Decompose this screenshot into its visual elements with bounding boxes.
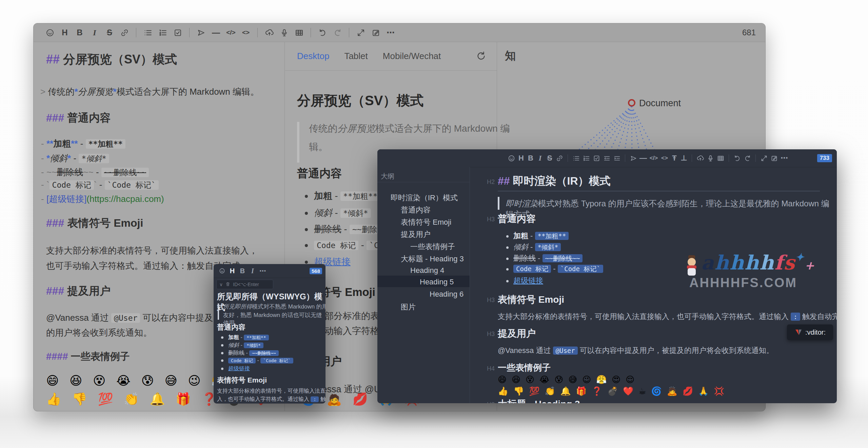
edit-mode-icon[interactable] xyxy=(371,27,381,38)
link-icon[interactable] xyxy=(554,155,565,162)
check-icon[interactable] xyxy=(591,155,601,162)
indent-icon[interactable] xyxy=(612,155,622,162)
emoji-icon[interactable] xyxy=(217,268,227,274)
strike-icon[interactable]: S xyxy=(104,27,115,38)
src-h3-emoji: ### 表情符号 Emoji xyxy=(46,216,143,231)
ir-h3-emoji: 表情符号 Emoji xyxy=(498,293,564,306)
tab-mobile-wechat[interactable]: Mobile/Wechat xyxy=(383,51,441,61)
code-icon[interactable]: </> xyxy=(648,155,659,162)
tree-root-node[interactable] xyxy=(629,100,635,106)
outline-item[interactable]: 图片 xyxy=(401,302,416,312)
inline-code-icon[interactable]: <> xyxy=(241,27,251,38)
italic-icon[interactable]: I xyxy=(248,267,258,275)
italic-icon[interactable]: I xyxy=(535,154,545,163)
char-counter-badge: 568 xyxy=(310,268,322,274)
ordered-list-icon[interactable] xyxy=(158,27,168,38)
outdent-icon[interactable] xyxy=(601,155,612,162)
emoji-icon[interactable] xyxy=(506,155,516,162)
ir-li-bold: 加粗 - **加粗** xyxy=(506,231,569,241)
gutter-h3: H3 xyxy=(479,216,495,223)
line-icon[interactable]: — xyxy=(638,154,648,163)
outline-item[interactable]: 大标题 - Heading 3 xyxy=(401,254,464,264)
upload-icon[interactable] xyxy=(695,155,705,162)
vditor-logo-icon xyxy=(794,328,803,336)
more-icon[interactable]: ⋯ xyxy=(779,154,789,163)
redo-icon[interactable] xyxy=(332,27,342,38)
wysiwyg-window: H B I ⋯ 568 ∨ ID<⌥-Enter 所见即所得（WYSIWYG）模… xyxy=(214,264,326,404)
refresh-icon[interactable] xyxy=(476,51,486,61)
table-icon[interactable] xyxy=(294,27,304,38)
check-icon[interactable] xyxy=(173,27,183,38)
more-icon[interactable]: ⋯ xyxy=(258,267,268,275)
pv-li-bold: 加粗 - **加粗** xyxy=(305,190,380,202)
link-icon[interactable] xyxy=(119,27,130,38)
ir-h3-common: 普通内容 xyxy=(498,212,536,225)
wy-li-code: Code 标记 - `Code 标记` xyxy=(221,357,293,364)
insert-before-icon[interactable]: Ŧ xyxy=(670,154,679,163)
strike-icon[interactable]: S xyxy=(545,154,554,163)
outline-item[interactable]: 表情符号 Emoji xyxy=(401,217,451,227)
table-icon[interactable] xyxy=(715,155,726,162)
emoji-icon[interactable] xyxy=(45,27,55,38)
tab-desktop[interactable]: Desktop xyxy=(297,51,329,61)
edit-mode-icon[interactable] xyxy=(769,155,779,162)
zhihu-icon[interactable]: 知 xyxy=(505,49,516,63)
watermark-domain: AHHHHFS.COM xyxy=(689,276,797,290)
pv-quote-1: 传统的分屏预览模式适合大屏下的 Markdown 编 xyxy=(309,121,510,136)
ir-editor-window: H B I S — </> <> Ŧ ⊥ ⋯ 733 大纲 即时渲染（IR xyxy=(377,149,837,403)
src-p1b: 也可手动输入字符格式。通过输入：触发自动完成 xyxy=(46,260,240,272)
heading-id-label: ID<⌥-Enter xyxy=(233,282,259,287)
quote-icon[interactable] xyxy=(196,27,206,38)
record-icon[interactable] xyxy=(279,27,289,38)
bold-icon[interactable]: B xyxy=(526,154,535,163)
gutter-h4: H4 xyxy=(479,365,495,372)
bold-icon[interactable]: B xyxy=(237,267,248,275)
tab-tablet[interactable]: Tablet xyxy=(344,51,368,61)
src-li-code: - `Code 标记` - `Code 标记` xyxy=(41,180,159,190)
fullscreen-icon[interactable] xyxy=(356,27,366,38)
sv-toolbar: H B I S — </> <> ⋯ 681 xyxy=(34,23,765,42)
outline-item[interactable]: 即时渲染（IR）模式 xyxy=(391,193,458,203)
ir-emoji-row-2: 👍 👎 💯 👏 🔔 🎁 ❓ 💣 ❤️ ☕ 🌀 🙇 💋 🙏 💢 xyxy=(498,386,726,396)
ir-li-italic: 倾斜 - *倾斜* xyxy=(506,242,561,252)
list-icon[interactable] xyxy=(571,155,581,162)
undo-icon[interactable] xyxy=(317,27,328,38)
wy-h3-emoji: 表情符号 Emoji xyxy=(217,375,267,385)
fullscreen-icon[interactable] xyxy=(759,155,769,162)
ir-emoji-row-1: 😄 😆 😵 😭 😰 😅 😉 😤 😍 😌 xyxy=(498,375,636,385)
headings-icon[interactable]: H xyxy=(60,27,70,38)
pv-quote-bar xyxy=(297,122,299,163)
line-icon[interactable]: — xyxy=(211,27,221,38)
undo-icon[interactable] xyxy=(732,155,742,162)
quote-icon[interactable] xyxy=(628,155,638,162)
bold-icon[interactable]: B xyxy=(75,27,85,38)
code-icon[interactable]: </> xyxy=(226,27,236,38)
outline-item[interactable]: Heading 6 xyxy=(430,290,463,299)
vditor-autocomplete-tooltip[interactable]: :vditor: xyxy=(787,324,833,340)
outline-item[interactable]: 一些表情例子 xyxy=(410,242,455,252)
gutter-h3: H3 xyxy=(479,297,495,304)
ordered-list-icon[interactable] xyxy=(581,155,591,162)
outline-item[interactable]: Heading 4 xyxy=(410,266,444,275)
inline-code-icon[interactable]: <> xyxy=(659,155,670,162)
list-icon[interactable] xyxy=(143,27,153,38)
char-counter: 681 xyxy=(742,28,756,37)
outline-item[interactable]: 提及用户 xyxy=(401,229,431,240)
chevron-down-icon[interactable]: ∨ xyxy=(219,282,223,287)
pv-li-italic: 倾斜 - *倾斜* xyxy=(305,207,371,219)
trash-icon[interactable] xyxy=(225,282,230,287)
wy-quote-1: 所见即所得模式对不熟悉 Markdown 的用户较为 xyxy=(223,303,326,311)
upload-icon[interactable] xyxy=(264,27,274,38)
wysiwyg-toolbar: H B I ⋯ 568 xyxy=(214,264,326,278)
headings-icon[interactable]: H xyxy=(516,154,526,163)
outline-item-active[interactable]: Heading 5 xyxy=(420,278,454,286)
italic-icon[interactable]: I xyxy=(90,27,100,38)
insert-after-icon[interactable]: ⊥ xyxy=(679,154,689,163)
headings-icon[interactable]: H xyxy=(227,267,237,275)
redo-icon[interactable] xyxy=(742,155,752,162)
src-h4: #### 一些表情例子 xyxy=(46,350,130,363)
more-icon[interactable]: ⋯ xyxy=(386,27,396,38)
ir-h3-heading3: 大标题 - Heading 3 xyxy=(498,398,580,403)
outline-item[interactable]: 普通内容 xyxy=(401,205,431,215)
record-icon[interactable] xyxy=(705,155,715,162)
